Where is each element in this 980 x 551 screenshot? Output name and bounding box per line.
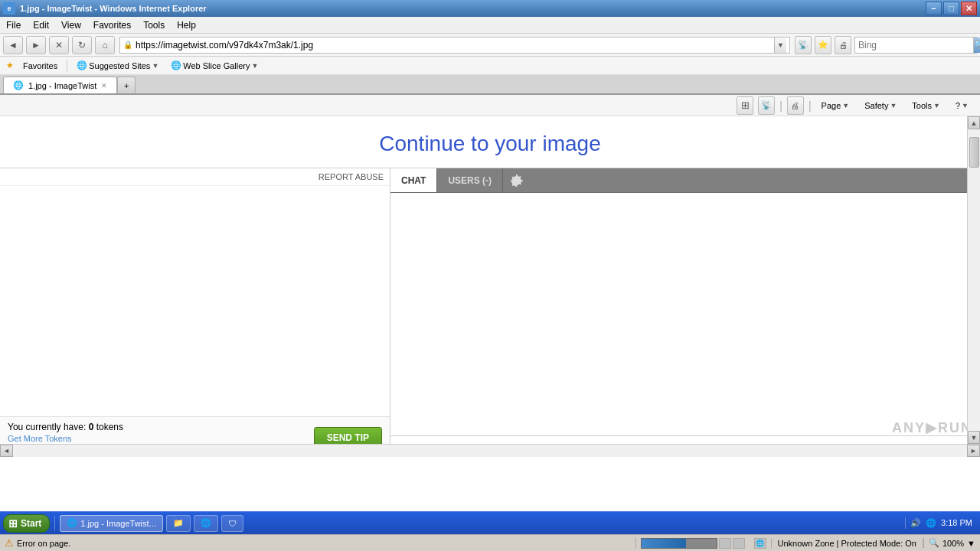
safety-toolbar-button[interactable]: Safety ▼: [859, 99, 902, 112]
report-abuse-bar: REPORT ABUSE: [0, 168, 390, 186]
gear-icon: [511, 174, 523, 187]
browser-tab-active[interactable]: 🌐 1.jpg - ImageTwist ✕: [3, 77, 117, 93]
chat-tab-users-label: USERS (-): [448, 175, 492, 186]
back-button[interactable]: ◄: [3, 36, 23, 54]
home-button[interactable]: ⌂: [95, 36, 115, 54]
favorites-button[interactable]: ⭐: [815, 36, 831, 54]
taskbar-app3-item[interactable]: 🛡: [221, 515, 243, 532]
search-input[interactable]: [858, 40, 973, 51]
tools-toolbar-button[interactable]: Tools ▼: [906, 99, 946, 112]
chat-body: [390, 193, 980, 435]
app-icon: e: [3, 2, 15, 15]
status-indicators: 🌐: [750, 538, 771, 549]
scroll-left-button[interactable]: ◄: [0, 445, 13, 457]
browser-content: Continue to your image REPORT ABUSE You …: [0, 116, 980, 444]
safety-toolbar-label: Safety: [864, 101, 888, 110]
menu-bar: File Edit View Favorites Tools Help: [0, 17, 980, 34]
status-message: ⚠ Error on page.: [0, 537, 636, 549]
help-toolbar-button[interactable]: ? ▼: [950, 99, 974, 112]
scroll-track[interactable]: [968, 129, 980, 431]
print-toolbar-button[interactable]: 🖨: [787, 96, 804, 115]
rss-button[interactable]: 📡: [795, 36, 812, 54]
status-indicator-1: [719, 538, 731, 549]
tray-volume-icon: 🌐: [926, 518, 936, 528]
web-slice-icon: 🌐: [171, 60, 181, 70]
zoom-dropdown-icon[interactable]: ▼: [967, 539, 975, 548]
menu-file[interactable]: File: [0, 17, 27, 33]
taskbar: ⊞ Start 🌐 1.jpg - ImageTwist... 📁 🌐 🛡 🔊 …: [0, 511, 980, 534]
tab-close-icon[interactable]: ✕: [101, 82, 107, 90]
hscroll-track[interactable]: [13, 445, 967, 457]
get-more-tokens-link[interactable]: Get More Tokens: [8, 434, 123, 443]
token-links: Get More Tokens Start Private Show: [8, 434, 123, 444]
vertical-scrollbar: ▲ ▼: [967, 116, 980, 444]
scroll-down-button[interactable]: ▼: [968, 431, 980, 444]
tokens-count: 0: [89, 422, 94, 432]
content-area: REPORT ABUSE You currently have: 0 token…: [0, 168, 980, 444]
send-tip-button[interactable]: SEND TIP: [314, 427, 382, 444]
favorites-label: Favorites: [23, 61, 57, 70]
close-button[interactable]: ✕: [961, 2, 977, 15]
safety-dropdown-icon: ▼: [890, 102, 897, 109]
address-input[interactable]: [136, 40, 774, 51]
scroll-up-button[interactable]: ▲: [968, 116, 980, 129]
tab-label: 1.jpg - ImageTwist: [28, 81, 96, 90]
zoom-level: 100%: [942, 539, 964, 548]
menu-view[interactable]: View: [55, 17, 87, 33]
taskbar-ie-icon: 🌐: [67, 518, 77, 528]
right-panel: CHAT USERS (-): [390, 168, 980, 444]
favorites-menu-item[interactable]: Favorites: [18, 60, 62, 72]
stop-button[interactable]: ✕: [49, 36, 69, 54]
web-slice-dropdown-icon: ▼: [252, 62, 259, 70]
status-indicator-2: [733, 538, 745, 549]
menu-tools[interactable]: Tools: [137, 17, 171, 33]
favorites-separator: [67, 60, 67, 72]
help-dropdown-icon: ▼: [962, 102, 969, 109]
new-tab-button[interactable]: +: [117, 77, 136, 93]
taskbar-app2-item[interactable]: 🌐: [194, 515, 218, 532]
scroll-right-button[interactable]: ►: [967, 445, 980, 457]
web-slice-item[interactable]: 🌐 Web Slice Gallery ▼: [166, 59, 263, 72]
compat-view-button[interactable]: ⊞: [737, 96, 753, 115]
suggested-sites-icon: 🌐: [77, 60, 87, 70]
token-bar: You currently have: 0 tokens Get More To…: [0, 416, 390, 444]
taskbar-ie-item[interactable]: 🌐 1.jpg - ImageTwist...: [60, 515, 162, 532]
taskbar-folder-item[interactable]: 📁: [166, 515, 191, 532]
windows-icon: ⊞: [8, 517, 18, 530]
forward-button[interactable]: ►: [26, 36, 46, 54]
tokens-label: You currently have:: [8, 422, 86, 432]
lock-icon: 🔒: [123, 41, 132, 49]
page-toolbar-button[interactable]: Page ▼: [816, 99, 855, 112]
rss-toolbar-button[interactable]: 📡: [758, 96, 775, 115]
suggested-sites-dropdown-icon: ▼: [152, 62, 158, 70]
restore-button[interactable]: □: [943, 2, 959, 15]
taskbar-app3-icon: 🛡: [228, 519, 237, 528]
horizontal-scrollbar: ◄ ►: [0, 444, 980, 457]
title-bar: e 1.jpg - ImageTwist - Windows Internet …: [0, 0, 980, 17]
nav-bar: ◄ ► ✕ ↻ ⌂ 🔒 ▼ 📡 ⭐ 🖨 🔍: [0, 34, 980, 57]
chat-tab-settings[interactable]: [503, 170, 531, 191]
tab-bar: 🌐 1.jpg - ImageTwist ✕ +: [0, 75, 980, 95]
help-toolbar-label: ?: [956, 101, 960, 110]
chat-tab-users[interactable]: USERS (-): [437, 168, 503, 192]
refresh-button[interactable]: ↻: [72, 36, 92, 54]
scroll-thumb[interactable]: [969, 137, 979, 168]
search-container: 🔍: [854, 37, 977, 54]
menu-edit[interactable]: Edit: [27, 17, 55, 33]
chat-input[interactable]: [390, 436, 980, 444]
suggested-sites-item[interactable]: 🌐 Suggested Sites ▼: [72, 59, 163, 72]
menu-help[interactable]: Help: [171, 17, 202, 33]
address-dropdown-button[interactable]: ▼: [774, 37, 786, 53]
chat-tab-chat[interactable]: CHAT: [390, 168, 437, 192]
globe-status-icon: 🌐: [754, 538, 766, 549]
minimize-button[interactable]: −: [926, 2, 942, 15]
menu-favorites[interactable]: Favorites: [87, 17, 137, 33]
zoom-icon: 🔍: [929, 538, 939, 548]
start-button[interactable]: ⊞ Start: [3, 514, 50, 533]
progress-bar: [641, 538, 717, 549]
zoom-area: 🔍 100% ▼: [923, 538, 980, 548]
chat-input-area: [390, 435, 980, 444]
report-abuse-link[interactable]: REPORT ABUSE: [318, 172, 384, 181]
search-button[interactable]: 🔍: [973, 37, 980, 53]
print-button[interactable]: 🖨: [835, 36, 851, 54]
